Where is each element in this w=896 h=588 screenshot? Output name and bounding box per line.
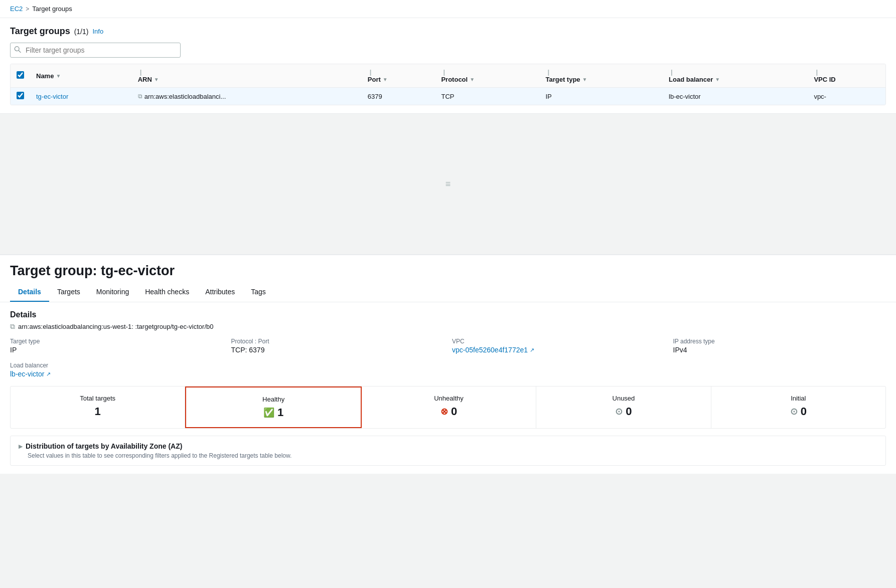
stat-unused: Unused ⊙ 0 [536, 386, 711, 428]
row-load-balancer: lb-ec-victor [663, 88, 808, 105]
breadcrumb-ec2-link[interactable]: EC2 [10, 5, 23, 13]
distribution-description: Select values in this table to see corre… [28, 452, 877, 459]
detail-header: Target group: tg-ec-victor [0, 255, 896, 279]
copy-icon[interactable]: ⧉ [138, 93, 142, 100]
healthy-icon: ✅ [263, 407, 274, 418]
arn-row: ⧉ arn:aws:elasticloadbalancing:us-west-1… [10, 322, 886, 331]
stat-total-targets: Total targets 1 [11, 386, 185, 428]
stat-unused-value: ⊙ 0 [546, 405, 700, 418]
load-balancer-value: lb-ec-victor ↗ [10, 370, 886, 378]
tab-details[interactable]: Details [10, 283, 49, 302]
table-wrapper: Name▼ |ARN▼ |Port▼ |Protocol▼ |Target ty… [10, 64, 886, 105]
breadcrumb: EC2 > Target groups [0, 0, 896, 18]
external-link-icon: ↗ [530, 347, 534, 353]
col-vpc-id: VPC ID [814, 76, 835, 83]
tab-targets[interactable]: Targets [49, 283, 88, 302]
stat-healthy-number: 1 [277, 406, 283, 419]
tab-monitoring[interactable]: Monitoring [88, 283, 137, 302]
stat-unhealthy-number: 0 [451, 405, 457, 418]
unhealthy-icon: ⊗ [440, 406, 448, 417]
field-vpc-label: VPC [452, 338, 665, 345]
distribution-section: ▶ Distribution of targets by Availabilit… [10, 436, 886, 466]
row-vpc-id: vpc- [808, 88, 885, 105]
row-target-type: IP [539, 88, 663, 105]
field-protocol-port-value: TCP: 6379 [231, 346, 444, 354]
detail-title: Target group: tg-ec-victor [10, 263, 886, 279]
resize-area: ≡ [0, 114, 896, 254]
stat-unhealthy-value: ⊗ 0 [372, 405, 526, 418]
col-load-balancer: Load balancer [669, 76, 713, 83]
field-target-type: Target type IP [10, 338, 223, 354]
lb-external-link-icon: ↗ [46, 371, 51, 377]
stat-unused-number: 0 [626, 405, 632, 418]
initial-icon: ⊙ [790, 406, 798, 417]
field-vpc-value: vpc-05fe5260e4f1772e1 ↗ [452, 346, 665, 354]
stat-healthy[interactable]: Healthy ✅ 1 [185, 386, 361, 428]
field-ip-address-type: IP address type IPv4 [673, 338, 886, 354]
stat-total-number: 1 [95, 405, 101, 418]
col-protocol: Protocol [441, 76, 468, 83]
arn-value: arn:aws:elasticloadbalancing:us-west-1: … [18, 323, 213, 330]
col-target-type: Target type [545, 76, 580, 83]
row-port: 6379 [362, 88, 435, 105]
stat-total-value: 1 [21, 405, 175, 418]
row-name-link[interactable]: tg-ec-victor [36, 93, 68, 100]
tab-health-checks[interactable]: Health checks [137, 283, 197, 302]
stat-healthy-label: Healthy [196, 396, 350, 403]
stat-unhealthy: Unhealthy ⊗ 0 [362, 386, 536, 428]
stat-unhealthy-label: Unhealthy [372, 395, 526, 402]
stat-unused-label: Unused [546, 395, 700, 402]
stat-initial-label: Initial [721, 395, 875, 402]
stat-initial: Initial ⊙ 0 [711, 386, 885, 428]
load-balancer-label: Load balancer [10, 362, 886, 369]
search-input[interactable] [10, 43, 181, 58]
arn-copy-icon[interactable]: ⧉ [10, 322, 15, 331]
details-content: Details ⧉ arn:aws:elasticloadbalancing:u… [0, 302, 896, 474]
breadcrumb-current: Target groups [32, 5, 72, 13]
vpc-link[interactable]: vpc-05fe5260e4f1772e1 ↗ [452, 346, 665, 354]
row-arn: arn:aws:elasticloadbalanci... [144, 93, 226, 100]
field-ip-address-type-label: IP address type [673, 338, 886, 345]
panel-count: (1/1) [74, 28, 89, 36]
tab-tags[interactable]: Tags [243, 283, 274, 302]
panel-info-link[interactable]: Info [92, 28, 103, 35]
field-protocol-port-label: Protocol : Port [231, 338, 444, 345]
data-table: Name▼ |ARN▼ |Port▼ |Protocol▼ |Target ty… [11, 64, 885, 105]
stat-total-label: Total targets [21, 395, 175, 402]
stat-initial-value: ⊙ 0 [721, 405, 875, 418]
field-ip-address-type-value: IPv4 [673, 346, 886, 354]
field-target-type-value: IP [10, 346, 223, 354]
details-section-title: Details [10, 310, 886, 319]
tabs-bar: Details Targets Monitoring Health checks… [0, 283, 896, 302]
top-panel: Target groups (1/1) Info Name▼ |ARN▼ |Po… [0, 18, 896, 114]
stat-healthy-value: ✅ 1 [196, 406, 350, 419]
expand-icon: ▶ [19, 444, 23, 449]
detail-panel: Target group: tg-ec-victor Details Targe… [0, 254, 896, 474]
panel-title-text: Target groups [10, 26, 70, 37]
field-vpc: VPC vpc-05fe5260e4f1772e1 ↗ [452, 338, 665, 354]
distribution-title: Distribution of targets by Availability … [26, 442, 182, 450]
field-protocol-port: Protocol : Port TCP: 6379 [231, 338, 444, 354]
search-bar [10, 43, 181, 58]
detail-fields: Target type IP Protocol : Port TCP: 6379… [10, 338, 886, 354]
row-protocol: TCP [435, 88, 539, 105]
search-icon [14, 46, 21, 55]
table-row: tg-ec-victor ⧉ arn:aws:elasticloadbalanc… [11, 88, 885, 105]
breadcrumb-separator: > [26, 6, 29, 13]
stats-row: Total targets 1 Healthy ✅ 1 Unhealthy ⊗ … [10, 386, 886, 429]
distribution-header[interactable]: ▶ Distribution of targets by Availabilit… [19, 442, 877, 450]
row-checkbox[interactable] [17, 92, 24, 99]
tab-attributes[interactable]: Attributes [197, 283, 243, 302]
svg-line-1 [19, 51, 21, 53]
load-balancer-field: Load balancer lb-ec-victor ↗ [10, 362, 886, 378]
stat-initial-number: 0 [801, 405, 807, 418]
col-arn: ARN [138, 76, 152, 83]
panel-title: Target groups (1/1) Info [10, 26, 886, 37]
col-name: Name [36, 72, 54, 80]
col-port: Port [368, 76, 381, 83]
unused-icon: ⊙ [615, 406, 623, 417]
resize-handle[interactable]: ≡ [445, 179, 451, 189]
field-target-type-label: Target type [10, 338, 223, 345]
load-balancer-link[interactable]: lb-ec-victor ↗ [10, 370, 886, 378]
select-all-checkbox[interactable] [17, 71, 24, 79]
